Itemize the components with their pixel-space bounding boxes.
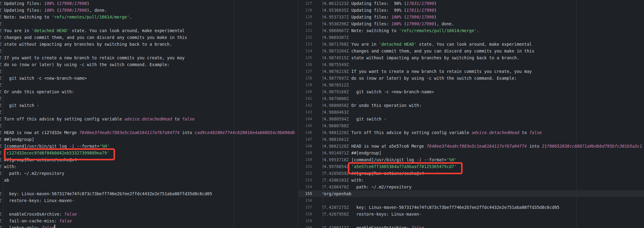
log-line: Z	[0, 109, 298, 116]
log-line: 24.9880463Z	[323, 109, 644, 116]
log-line: 27.4207950Z restore-keys: Linux-maven-	[323, 211, 644, 217]
log-line: Z enableCrossOsArchive: false	[0, 211, 298, 217]
log-line: 24.9914971Z ##[endgroup]	[323, 150, 644, 156]
log-line: 24.9874515Z state without impacting any …	[323, 54, 644, 61]
log-line: Z Updating files: 100% (17990/17990), do…	[0, 7, 298, 14]
line-number[interactable]: 139	[298, 82, 323, 88]
text-cursor	[54, 225, 55, 228]
log-line: 24.9881661Z	[323, 136, 644, 143]
log-line: Z do so (now or later) by using -c with …	[0, 61, 298, 68]
line-number[interactable]: 152	[298, 170, 323, 177]
log-line: Z git switch -	[0, 102, 298, 109]
line-number[interactable]: 145	[298, 122, 323, 129]
log-line: 24.9538296Z Updating files: 100% (17990/…	[323, 20, 644, 27]
log-line: 24.9880050Z Or undo this operation with:	[323, 102, 644, 109]
line-number[interactable]: 140	[298, 88, 323, 95]
log-line: Z	[0, 95, 298, 102]
line-number[interactable]: 135	[298, 54, 323, 61]
line-number[interactable]: 134	[298, 48, 323, 54]
log-line: 24.9881220Z Turn off this advice by sett…	[323, 129, 644, 136]
log-line	[323, 197, 644, 204]
log-line: Z Or undo this operation with:	[0, 88, 298, 95]
log-line: Z key: Linux-maven-5673174e74fc873c73bef…	[0, 190, 298, 197]
log-line: Z	[0, 68, 298, 75]
log-line: 24.8612123Z Updating files: 98% (17631/1…	[323, 0, 644, 7]
log-line: Z	[0, 122, 298, 129]
log-line: 24.9536035Z Updating files: 99% (17811/1…	[323, 7, 644, 14]
log-line: Z If you want to create a new branch to …	[0, 54, 298, 61]
line-number-gutter[interactable]: 1271281291301311321331341351361371381391…	[298, 0, 323, 228]
line-number[interactable]: 147	[298, 136, 323, 143]
log-line: Z	[0, 20, 298, 27]
log-line: Z changes and commit them, and you can d…	[0, 34, 298, 41]
right-log-pane[interactable]: 24.8612123Z Updating files: 98% (17631/1…	[323, 0, 644, 228]
log-line: Z path: ~/.m2/repository	[0, 170, 298, 177]
log-line: Z HEAD is now at c127d32e Merge 7640ee3f…	[0, 129, 298, 136]
line-number[interactable]: 141	[298, 95, 323, 102]
log-line: 24.9873204Z changes and commit them, and…	[323, 48, 644, 54]
line-number[interactable]: 143	[298, 109, 323, 116]
log-line: Z fail-on-cache-miss: false	[0, 217, 298, 224]
line-number[interactable]: 148	[298, 143, 323, 150]
log-line: 24.9876219Z If you want to create a new …	[323, 68, 644, 75]
line-number[interactable]: 158	[298, 211, 323, 217]
line-number[interactable]: 130	[298, 20, 323, 27]
log-line	[0, 204, 298, 211]
line-number[interactable]: 154	[298, 184, 323, 190]
line-number[interactable]: 137	[298, 68, 323, 75]
log-line: 24.9871768Z You are in 'detached HEAD' s…	[323, 41, 644, 48]
line-number[interactable]: 160	[298, 224, 323, 228]
log-line	[323, 217, 644, 224]
log-line: Z git switch -c <new-branch-name>	[0, 75, 298, 82]
log-line: 24.9877697Z do so (now or later) by usin…	[323, 75, 644, 82]
log-line	[0, 184, 298, 190]
log-line: 24.9879168Z git switch -c <new-branch-na…	[323, 88, 644, 95]
log-line: 24.9880594Z git switch -	[323, 116, 644, 122]
log-comparison-view: Z Updating files: 100% (17990/17990)Z Up…	[0, 0, 644, 228]
line-number[interactable]: 129	[298, 14, 323, 20]
line-number[interactable]: 142	[298, 102, 323, 109]
line-number[interactable]: 159	[298, 217, 323, 224]
line-number[interactable]: 131	[298, 27, 323, 34]
line-number[interactable]: 157	[298, 204, 323, 211]
line-number[interactable]: 146	[298, 129, 323, 136]
line-number[interactable]: 155	[298, 190, 323, 197]
log-line: 24.9875549Z	[323, 61, 644, 68]
line-number[interactable]: 156	[298, 197, 323, 204]
log-line: 24.9880788Z	[323, 122, 644, 129]
line-number[interactable]: 151	[298, 163, 323, 170]
log-line: 27.4206103Z with:	[323, 177, 644, 184]
log-line: 24.9882120Z HEAD is now at a5e57ce6 Merg…	[323, 143, 644, 150]
log-line: Z Updating files: 100% (17990/17990)	[0, 0, 298, 7]
log-line: ab	[0, 177, 298, 184]
log-line: Z lookup-only: false	[0, 224, 298, 228]
commit-hash-highlight-box-right	[348, 162, 463, 174]
line-number[interactable]: 136	[298, 61, 323, 68]
line-number[interactable]: 138	[298, 75, 323, 82]
log-line: Z with:	[0, 163, 298, 170]
log-line: 27.4208313Z enableCrossOsArchive: false	[323, 224, 644, 228]
log-line: Z	[0, 48, 298, 54]
line-number[interactable]: 150	[298, 156, 323, 163]
log-line: Z ##[endgroup]	[0, 136, 298, 143]
line-number[interactable]: 128	[298, 7, 323, 14]
line-number[interactable]: 153	[298, 177, 323, 184]
line-number[interactable]: 149	[298, 150, 323, 156]
log-line: 27.4207275Z key: Linux-maven-5673174e74f…	[323, 204, 644, 211]
log-line: 24.9869307Z	[323, 34, 644, 41]
log-line: Z You are in 'detached HEAD' state. You …	[0, 27, 298, 34]
left-log-pane[interactable]: Z Updating files: 100% (17990/17990)Z Up…	[0, 0, 298, 228]
log-line: Z restore-keys: Linux-maven-	[0, 197, 298, 204]
log-line: /org/openhab	[323, 190, 644, 197]
line-number[interactable]: 132	[298, 34, 323, 41]
commit-hash-highlight-box-left	[4, 148, 115, 160]
line-number[interactable]: 144	[298, 116, 323, 122]
log-line: 24.9868667Z Note: switching to 'refs/rem…	[323, 27, 644, 34]
line-number[interactable]: 127	[298, 0, 323, 7]
log-line: Z Turn off this advice by setting config…	[0, 116, 298, 122]
log-line: 24.9879800Z	[323, 95, 644, 102]
log-line: 24.9537337Z Updating files: 100% (17990/…	[323, 14, 644, 20]
log-line: Z Note: switching to 'refs/remotes/pull/…	[0, 14, 298, 20]
line-number[interactable]: 133	[298, 41, 323, 48]
log-line: Z state without impacting any branches b…	[0, 41, 298, 48]
